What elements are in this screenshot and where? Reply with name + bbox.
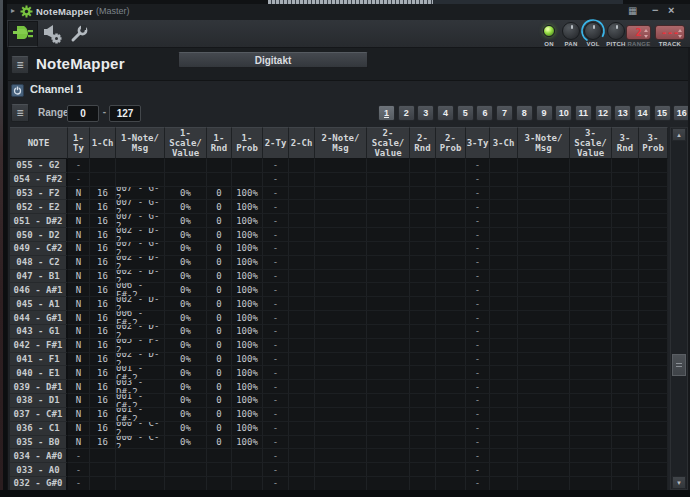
mapping-cell[interactable]: [490, 422, 518, 436]
mapping-cell[interactable]: [367, 256, 410, 270]
mapping-cell[interactable]: [639, 380, 668, 394]
channel-power-button[interactable]: [11, 84, 24, 97]
mapping-cell[interactable]: -: [263, 366, 289, 380]
mapping-cell[interactable]: [232, 173, 263, 187]
mapping-cell[interactable]: [639, 256, 668, 270]
mapping-cell[interactable]: 0%: [165, 311, 207, 325]
mapping-cell[interactable]: 0: [207, 214, 232, 228]
mapping-cell[interactable]: 0: [207, 270, 232, 284]
mapping-cell[interactable]: 0%: [165, 394, 207, 408]
mapping-cell[interactable]: [232, 159, 263, 173]
mapping-cell[interactable]: [232, 463, 263, 477]
mapping-cell[interactable]: [436, 200, 466, 214]
mapping-cell[interactable]: [518, 394, 570, 408]
mapping-cell[interactable]: [639, 339, 668, 353]
channel-tab-7[interactable]: 7: [496, 105, 513, 121]
mapping-cell[interactable]: 100%: [232, 200, 263, 214]
mapping-cell[interactable]: 0%: [165, 297, 207, 311]
mapping-cell[interactable]: [90, 477, 116, 490]
mapping-cell[interactable]: [639, 353, 668, 367]
track-display[interactable]: ---: [655, 25, 685, 40]
mapping-cell[interactable]: [612, 394, 639, 408]
mapping-cell[interactable]: [612, 366, 639, 380]
mapping-cell[interactable]: N: [68, 339, 90, 353]
mapping-cell[interactable]: -: [466, 380, 490, 394]
mapping-cell[interactable]: [367, 173, 410, 187]
mapping-cell[interactable]: 0%: [165, 270, 207, 284]
mapping-cell[interactable]: 0%: [165, 200, 207, 214]
mapping-cell[interactable]: -: [263, 436, 289, 450]
mapping-cell[interactable]: [612, 283, 639, 297]
mapping-cell[interactable]: [436, 325, 466, 339]
mapping-cell[interactable]: N: [68, 256, 90, 270]
mapping-cell[interactable]: [518, 256, 570, 270]
mapping-cell[interactable]: -: [466, 463, 490, 477]
mapping-cell[interactable]: [315, 228, 367, 242]
mapping-cell[interactable]: [410, 339, 436, 353]
mapping-cell[interactable]: N: [68, 270, 90, 284]
mapping-cell[interactable]: [490, 159, 518, 173]
mapping-cell[interactable]: [518, 173, 570, 187]
mapping-cell[interactable]: [367, 228, 410, 242]
mapping-cell[interactable]: 007 - G-2: [116, 200, 165, 214]
mapping-cell[interactable]: 0%: [165, 422, 207, 436]
mapping-cell[interactable]: [436, 408, 466, 422]
mapping-cell[interactable]: [518, 297, 570, 311]
mapping-cell[interactable]: [436, 436, 466, 450]
channel-tab-5[interactable]: 5: [457, 105, 474, 121]
mapping-cell[interactable]: [612, 200, 639, 214]
mapping-cell[interactable]: -: [466, 187, 490, 201]
mapping-cell[interactable]: 0%: [165, 325, 207, 339]
mapping-cell[interactable]: [436, 422, 466, 436]
mapping-cell[interactable]: -: [466, 339, 490, 353]
channel-tab-8[interactable]: 8: [516, 105, 533, 121]
channel-tab-6[interactable]: 6: [476, 105, 493, 121]
mapping-cell[interactable]: -: [263, 159, 289, 173]
channel-tab-4[interactable]: 4: [437, 105, 454, 121]
mapping-cell[interactable]: [639, 325, 668, 339]
mapping-cell[interactable]: [490, 242, 518, 256]
mapping-cell[interactable]: [410, 463, 436, 477]
mapping-cell[interactable]: [410, 422, 436, 436]
mapping-cell[interactable]: -: [466, 325, 490, 339]
mapping-cell[interactable]: [367, 200, 410, 214]
mapping-cell[interactable]: [570, 477, 612, 490]
mapping-cell[interactable]: 100%: [232, 380, 263, 394]
mapping-cell[interactable]: [289, 463, 315, 477]
mapping-cell[interactable]: 100%: [232, 214, 263, 228]
mapping-cell[interactable]: -: [466, 394, 490, 408]
mapping-cell[interactable]: [207, 159, 232, 173]
mapping-cell[interactable]: [90, 449, 116, 463]
mapping-cell[interactable]: [436, 256, 466, 270]
mapping-cell[interactable]: [612, 159, 639, 173]
mapping-cell[interactable]: [367, 422, 410, 436]
mapping-cell[interactable]: 100%: [232, 408, 263, 422]
mapping-cell[interactable]: -: [263, 228, 289, 242]
mapping-cell[interactable]: 005 - F-2: [116, 339, 165, 353]
mapping-cell[interactable]: -: [466, 256, 490, 270]
mapping-cell[interactable]: [570, 242, 612, 256]
mapping-cell[interactable]: -: [263, 477, 289, 490]
mapping-cell[interactable]: [315, 366, 367, 380]
mapping-cell[interactable]: 16: [90, 187, 116, 201]
mapping-cell[interactable]: [639, 463, 668, 477]
mapping-cell[interactable]: [410, 297, 436, 311]
mapping-cell[interactable]: [315, 339, 367, 353]
mapping-cell[interactable]: 100%: [232, 270, 263, 284]
mapping-cell[interactable]: -: [263, 353, 289, 367]
mapping-cell[interactable]: 0: [207, 187, 232, 201]
mapping-cell[interactable]: [207, 449, 232, 463]
mapping-cell[interactable]: -: [263, 256, 289, 270]
mapping-cell[interactable]: [410, 228, 436, 242]
mapping-cell[interactable]: [490, 173, 518, 187]
mapping-cell[interactable]: N: [68, 422, 90, 436]
mapping-cell[interactable]: [436, 339, 466, 353]
scrollbar-thumb[interactable]: [672, 354, 686, 376]
channel-tab-9[interactable]: 9: [536, 105, 553, 121]
vertical-scrollbar[interactable]: ▲ ▼: [670, 127, 688, 490]
mapping-cell[interactable]: -: [466, 242, 490, 256]
mapping-cell[interactable]: -: [466, 214, 490, 228]
mapping-cell[interactable]: [315, 173, 367, 187]
mapping-cell[interactable]: [410, 394, 436, 408]
mapping-cell[interactable]: [490, 200, 518, 214]
